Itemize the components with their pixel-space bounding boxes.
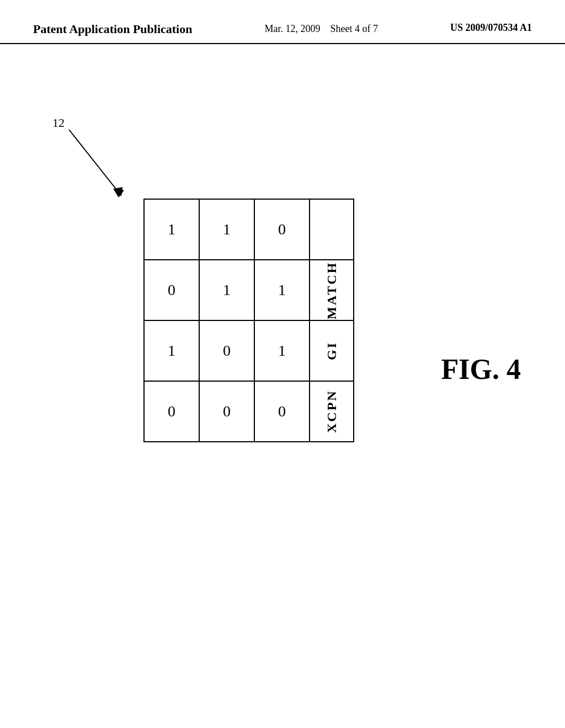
date-sheet-info: Mar. 12, 2009 Sheet 4 of 7 xyxy=(264,22,377,36)
table-row: 0 1 1 MATCH xyxy=(144,260,354,320)
table-label-match: MATCH xyxy=(310,260,354,320)
table-label-xcpn: XCPN xyxy=(310,381,354,442)
svg-marker-3 xyxy=(113,189,124,197)
table-cell: 1 xyxy=(199,199,254,260)
table-row: 0 0 0 XCPN xyxy=(144,381,354,442)
publication-label: Patent Application Publication xyxy=(33,22,192,36)
table-row: 1 1 0 xyxy=(144,199,354,260)
table-cell: 0 xyxy=(254,199,310,260)
figure-label: FIG. 4 xyxy=(441,353,521,386)
table-row: 1 0 1 GI xyxy=(144,320,354,381)
table-cell: 1 xyxy=(254,260,310,320)
publication-date: Mar. 12, 2009 xyxy=(264,23,320,34)
table-cell: 0 xyxy=(199,381,254,442)
table-label-gi: GI xyxy=(310,320,354,381)
reference-arrow: 12 xyxy=(36,110,157,221)
table-cell: 1 xyxy=(199,260,254,320)
svg-text:12: 12 xyxy=(52,116,65,130)
table-cell: 0 xyxy=(199,320,254,381)
page-header: Patent Application Publication Mar. 12, … xyxy=(0,0,565,44)
table-cell: 0 xyxy=(254,381,310,442)
table-cell: 0 xyxy=(144,381,199,442)
patent-number: US 2009/070534 A1 xyxy=(450,22,532,34)
table-cell: 1 xyxy=(254,320,310,381)
table-cell: 1 xyxy=(144,320,199,381)
data-table: 1 1 0 0 1 1 MATCH 1 0 1 GI 0 0 xyxy=(143,199,354,442)
table-label-cell xyxy=(310,199,354,260)
main-content: 12 1 1 0 0 1 1 MATCH 1 xyxy=(0,44,565,717)
sheet-info: Sheet 4 of 7 xyxy=(330,23,377,34)
table-cell: 1 xyxy=(144,199,199,260)
table-cell: 0 xyxy=(144,260,199,320)
svg-line-1 xyxy=(69,130,121,196)
